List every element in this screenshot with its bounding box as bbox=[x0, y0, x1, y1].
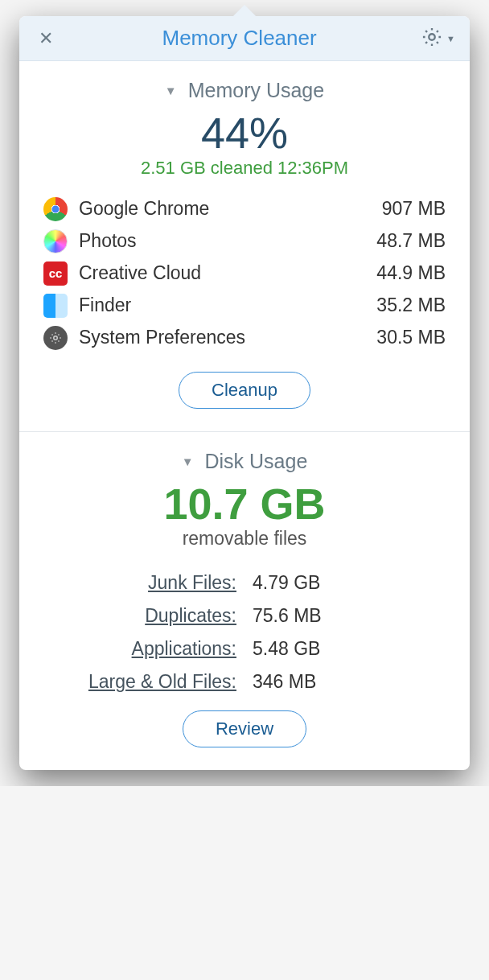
process-row: Photos 48.7 MB bbox=[43, 225, 446, 257]
svg-point-1 bbox=[54, 336, 58, 340]
process-row: Finder 35.2 MB bbox=[43, 290, 446, 322]
gear-icon bbox=[421, 26, 443, 51]
disclosure-triangle-icon: ▼ bbox=[182, 455, 194, 468]
process-row: cc Creative Cloud 44.9 MB bbox=[43, 257, 446, 290]
chevron-down-icon: ▼ bbox=[446, 34, 455, 43]
process-list: Google Chrome 907 MB Photos 48.7 MB cc C… bbox=[43, 193, 446, 354]
memory-section-header[interactable]: ▼ Memory Usage bbox=[42, 79, 447, 102]
process-name: Creative Cloud bbox=[79, 262, 376, 284]
disclosure-triangle-icon: ▼ bbox=[165, 84, 177, 97]
large-old-files-link[interactable]: Large & Old Files: bbox=[58, 671, 236, 693]
review-button[interactable]: Review bbox=[183, 710, 306, 747]
titlebar: ✕ Memory Cleaner ▼ bbox=[19, 16, 470, 61]
duplicates-link[interactable]: Duplicates: bbox=[58, 605, 236, 627]
disk-total: 10.7 GB bbox=[42, 481, 447, 527]
app-title: Memory Cleaner bbox=[162, 26, 316, 51]
settings-menu-button[interactable]: ▼ bbox=[421, 26, 455, 51]
process-name: Google Chrome bbox=[79, 198, 382, 220]
process-size: 35.2 MB bbox=[376, 294, 446, 316]
popover: ✕ Memory Cleaner ▼ ▼ Memory Usage 44% 2.… bbox=[19, 16, 470, 770]
duplicates-value: 75.6 MB bbox=[253, 605, 431, 627]
process-name: System Preferences bbox=[79, 327, 376, 348]
process-size: 907 MB bbox=[382, 198, 446, 220]
applications-value: 5.48 GB bbox=[253, 638, 431, 660]
memory-section-label: Memory Usage bbox=[188, 79, 325, 102]
disk-sub-label: removable files bbox=[42, 528, 447, 550]
cleanup-button[interactable]: Cleanup bbox=[179, 372, 310, 409]
process-size: 44.9 MB bbox=[376, 262, 446, 284]
memory-cleaned-status: 2.51 GB cleaned 12:36PM bbox=[42, 158, 447, 179]
memory-usage-section: ▼ Memory Usage 44% 2.51 GB cleaned 12:36… bbox=[19, 61, 470, 431]
large-old-files-value: 346 MB bbox=[253, 671, 431, 693]
disk-section-header[interactable]: ▼ Disk Usage bbox=[42, 450, 447, 473]
process-size: 30.5 MB bbox=[376, 327, 446, 348]
memory-percent: 44% bbox=[42, 110, 447, 156]
process-row: System Preferences 30.5 MB bbox=[43, 322, 446, 354]
photos-icon bbox=[43, 229, 68, 253]
process-name: Finder bbox=[79, 294, 376, 316]
disk-usage-section: ▼ Disk Usage 10.7 GB removable files Jun… bbox=[19, 431, 470, 771]
chrome-icon bbox=[43, 197, 68, 221]
junk-files-link[interactable]: Junk Files: bbox=[58, 572, 236, 594]
close-icon[interactable]: ✕ bbox=[34, 23, 58, 54]
junk-files-value: 4.79 GB bbox=[253, 572, 431, 594]
process-size: 48.7 MB bbox=[376, 230, 446, 252]
process-name: Photos bbox=[79, 230, 376, 252]
finder-icon bbox=[43, 294, 68, 318]
applications-link[interactable]: Applications: bbox=[58, 638, 236, 660]
disk-breakdown: Junk Files: 4.79 GB Duplicates: 75.6 MB … bbox=[58, 572, 431, 693]
creative-cloud-icon: cc bbox=[43, 261, 68, 286]
svg-point-0 bbox=[429, 34, 434, 39]
process-row: Google Chrome 907 MB bbox=[43, 193, 446, 225]
disk-section-label: Disk Usage bbox=[205, 450, 308, 473]
system-preferences-icon bbox=[43, 326, 68, 350]
